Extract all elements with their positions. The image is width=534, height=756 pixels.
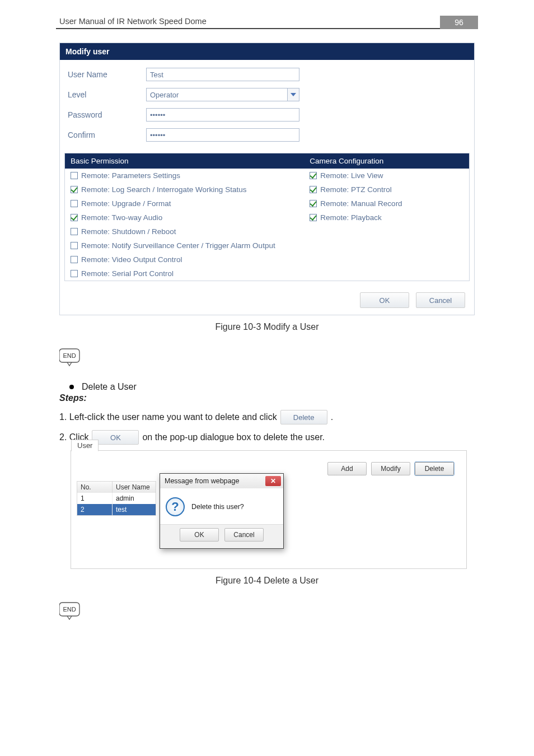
dialog-title-bar: Message from webpage ✕ (160, 474, 283, 488)
ok-button-inline[interactable]: OK (92, 430, 139, 445)
checkbox[interactable] (310, 186, 317, 193)
password-input[interactable] (146, 108, 299, 122)
camera-config-head: Camera Configuration (304, 153, 469, 169)
checkbox[interactable] (71, 172, 78, 179)
perm-label: Remote: Two-way Audio (81, 213, 162, 222)
level-select[interactable]: Operator (146, 88, 299, 101)
checkbox[interactable] (71, 270, 78, 277)
cell-no: 2 (77, 504, 113, 515)
perm-left-item[interactable]: Remote: Upgrade / Format (65, 197, 304, 211)
cell-username: admin (113, 493, 156, 504)
add-button[interactable]: Add (327, 462, 367, 475)
modify-button[interactable]: Modify (371, 462, 410, 475)
perm-left-item[interactable]: Remote: Notify Surveillance Center / Tri… (65, 239, 304, 253)
camera-config-col: Camera Configuration Remote: Live ViewRe… (304, 153, 469, 281)
question-icon: ? (166, 497, 185, 516)
user-table-head: No. User Name (77, 482, 156, 493)
modify-user-panel: Modify user User Name Level Operator Pas… (59, 43, 475, 315)
step-1: 1. Left-click the user name you want to … (59, 410, 478, 424)
dialog-text: Delete this user? (191, 503, 244, 511)
perm-label: Remote: Shutdown / Reboot (81, 227, 176, 236)
checkbox[interactable] (71, 214, 78, 221)
step-1-text-c: . (331, 412, 333, 422)
close-icon[interactable]: ✕ (265, 476, 281, 486)
delete-user-title: Delete a User (82, 382, 137, 392)
perm-label: Remote: Live View (320, 171, 383, 180)
username-input[interactable] (146, 68, 299, 81)
perm-label: Remote: Serial Port Control (81, 269, 174, 278)
checkbox[interactable] (310, 200, 317, 207)
perm-label: Remote: Notify Surveillance Center / Tri… (81, 241, 275, 250)
panel-footer: OK Cancel (60, 287, 474, 315)
checkbox[interactable] (71, 228, 78, 235)
table-row[interactable]: 2test (77, 504, 156, 515)
user-panel: User Add Modify Delete No. User Name 1ad… (71, 450, 467, 569)
checkbox[interactable] (310, 172, 317, 179)
col-no: No. (77, 482, 113, 493)
doc-header: User Manual of IR Network Speed Dome (56, 17, 478, 28)
step-2-text-c: on the pop-up dialogue box to delete the… (142, 432, 325, 442)
checkbox[interactable] (71, 186, 78, 193)
dialog-cancel-button[interactable]: Cancel (224, 528, 264, 542)
user-tab[interactable]: User (71, 440, 99, 451)
perm-right-item[interactable]: Remote: PTZ Control (304, 183, 469, 197)
checkbox[interactable] (310, 214, 317, 221)
doc-title: User Manual of IR Network Speed Dome (59, 17, 207, 26)
cell-no: 1 (77, 493, 113, 504)
level-label: Level (68, 90, 146, 99)
svg-text:END: END (63, 352, 76, 359)
panel-title: Modify user (60, 43, 474, 60)
delete-button[interactable]: Delete (415, 462, 454, 475)
form-area: User Name Level Operator Password Confir… (60, 60, 474, 150)
cell-username: test (113, 504, 156, 515)
perm-label: Remote: Parameters Settings (81, 171, 180, 180)
figure-10-3-caption: Figure 10-3 Modify a User (56, 322, 478, 332)
perm-label: Remote: Log Search / Interrogate Working… (81, 185, 246, 194)
cancel-button[interactable]: Cancel (416, 292, 465, 308)
perm-left-item[interactable]: Remote: Serial Port Control (65, 267, 304, 281)
end-icon: END (59, 347, 82, 367)
perm-left-item[interactable]: Remote: Log Search / Interrogate Working… (65, 183, 304, 197)
perm-label: Remote: PTZ Control (320, 185, 392, 194)
permissions-table: Basic Permission Remote: Parameters Sett… (64, 153, 470, 281)
bullet-icon (69, 385, 74, 389)
perm-label: Remote: Manual Record (320, 199, 402, 208)
basic-permission-head: Basic Permission (65, 153, 304, 169)
perm-left-item[interactable]: Remote: Parameters Settings (65, 169, 304, 183)
basic-permission-col: Basic Permission Remote: Parameters Sett… (65, 153, 304, 281)
ok-button[interactable]: OK (360, 292, 409, 308)
perm-left-item[interactable]: Remote: Two-way Audio (65, 211, 304, 225)
header-rule: 96 (56, 28, 478, 29)
perm-label: Remote: Video Output Control (81, 255, 182, 264)
col-username: User Name (113, 482, 156, 493)
chevron-down-icon[interactable] (287, 88, 299, 101)
dialog-footer: OK Cancel (160, 524, 283, 548)
steps-title: Steps: (59, 393, 478, 403)
dialog-body: ? Delete this user? (160, 488, 283, 524)
confirm-input[interactable] (146, 128, 299, 142)
step-2: 2. Click OK on the pop-up dialogue box t… (59, 430, 478, 445)
perm-label: Remote: Upgrade / Format (81, 199, 171, 208)
perm-right-item[interactable]: Remote: Manual Record (304, 197, 469, 211)
checkbox[interactable] (71, 242, 78, 249)
table-row[interactable]: 1admin (77, 493, 156, 504)
dialog-title: Message from webpage (165, 477, 239, 485)
page-number: 96 (440, 16, 478, 29)
dialog-ok-button[interactable]: OK (180, 528, 219, 542)
svg-marker-0 (291, 93, 296, 96)
perm-left-item[interactable]: Remote: Video Output Control (65, 253, 304, 267)
perm-left-item[interactable]: Remote: Shutdown / Reboot (65, 225, 304, 239)
delete-user-heading: Delete a User (69, 382, 478, 392)
password-label: Password (68, 110, 146, 119)
perm-right-item[interactable]: Remote: Playback (304, 211, 469, 225)
step-1-text-a: 1. Left-click the user name you want to … (59, 412, 277, 422)
level-value: Operator (147, 91, 287, 99)
perm-label: Remote: Playback (320, 213, 382, 222)
delete-button-inline[interactable]: Delete (280, 410, 327, 424)
perm-right-item[interactable]: Remote: Live View (304, 169, 469, 183)
confirm-label: Confirm (68, 130, 146, 139)
checkbox[interactable] (71, 200, 78, 207)
figure-10-4-caption: Figure 10-4 Delete a User (56, 576, 478, 586)
end-icon: END (59, 600, 82, 620)
checkbox[interactable] (71, 256, 78, 263)
